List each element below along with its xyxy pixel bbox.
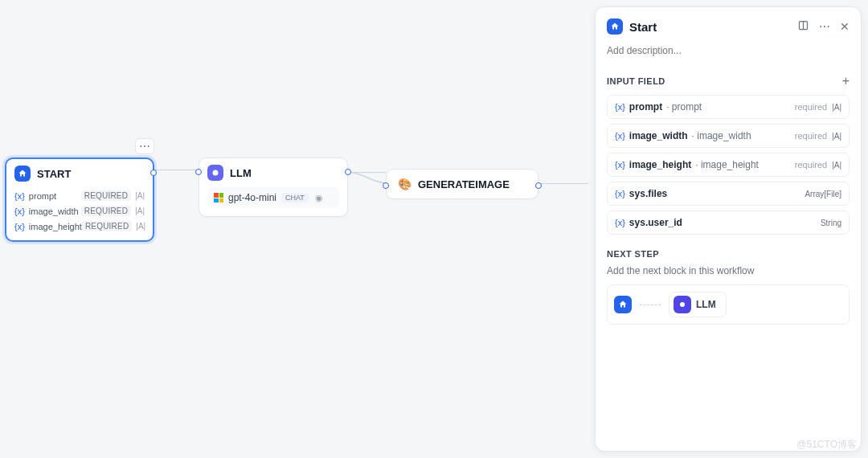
section-input-field-title: INPUT FIELD — [607, 76, 665, 86]
llm-icon — [674, 296, 691, 313]
chat-badge: CHAT — [281, 193, 309, 202]
input-field-prompt[interactable]: {x}prompt· prompt required|A| — [607, 95, 850, 119]
next-step-hint: Add the next block in this workflow — [607, 265, 850, 276]
input-field-sys-user-id[interactable]: {x}sys.user_id String — [607, 211, 850, 235]
edge-generate-to-next — [538, 183, 588, 185]
node-llm-input-port[interactable] — [195, 169, 202, 175]
variable-icon: {x} — [14, 222, 25, 231]
node-start-title: START — [37, 168, 71, 180]
watermark: @51CTO博客 — [796, 438, 857, 452]
node-generateimage-title: GENERATEIMAGE — [418, 178, 510, 190]
input-field-sys-files[interactable]: {x}sys.files Array[File] — [607, 182, 850, 206]
eye-icon: ◉ — [315, 193, 323, 203]
home-icon — [614, 296, 632, 313]
book-icon[interactable] — [797, 19, 809, 34]
node-llm-output-port[interactable] — [345, 169, 351, 175]
input-field-image-height[interactable]: {x}image_height· image_height required|A… — [607, 153, 850, 177]
next-step-row[interactable]: LLM — [607, 284, 850, 325]
llm-model-row[interactable]: gpt-4o-mini CHAT ◉ — [207, 187, 339, 208]
node-generateimage-output-port[interactable] — [535, 182, 542, 189]
home-icon — [607, 18, 623, 35]
section-next-step-title: NEXT STEP — [607, 249, 659, 259]
edge-llm-to-generate-curve — [347, 170, 387, 186]
variable-icon: {x} — [615, 189, 625, 198]
start-field-image-width[interactable]: {x}image_width REQUIRED|A| — [6, 203, 153, 219]
llm-icon — [207, 165, 223, 181]
node-generateimage-input-port[interactable] — [383, 182, 389, 189]
svg-point-0 — [213, 170, 219, 176]
input-field-image-width[interactable]: {x}image_width· image_width required|A| — [607, 124, 850, 148]
node-start-more-button[interactable]: ⋯ — [135, 138, 154, 154]
node-llm[interactable]: LLM gpt-4o-mini CHAT ◉ — [199, 157, 348, 217]
variable-icon: {x} — [14, 191, 25, 201]
microsoft-icon — [214, 193, 223, 202]
variable-icon: {x} — [615, 131, 625, 141]
palette-icon: 🎨 — [398, 178, 411, 190]
start-field-prompt[interactable]: {x}prompt REQUIRED|A| — [6, 188, 153, 203]
close-icon[interactable]: ✕ — [840, 20, 850, 33]
panel-header: Start ⋯ ✕ — [607, 18, 850, 35]
node-llm-title: LLM — [230, 167, 252, 179]
variable-icon: {x} — [615, 160, 625, 170]
more-icon[interactable]: ⋯ — [819, 20, 830, 33]
add-input-field-button[interactable]: + — [842, 74, 850, 88]
description-input[interactable] — [607, 43, 850, 66]
node-start-output-port[interactable] — [150, 170, 157, 176]
svg-point-3 — [680, 302, 685, 307]
edge-start-to-llm — [154, 170, 199, 171]
node-start[interactable]: ⋯ START {x}prompt REQUIRED|A| {x}image_w… — [5, 157, 154, 242]
node-generateimage[interactable]: 🎨 GENERATEIMAGE — [386, 169, 538, 199]
variable-icon: {x} — [14, 207, 25, 216]
inspector-panel: Start ⋯ ✕ INPUT FIELD + {x}prompt· promp… — [595, 6, 862, 452]
variable-icon: {x} — [615, 218, 625, 227]
llm-model-name: gpt-4o-mini — [228, 192, 276, 203]
variable-icon: {x} — [615, 102, 625, 112]
panel-title: Start — [629, 20, 657, 34]
start-field-image-height[interactable]: {x}image_height REQUIRED|A| — [6, 219, 153, 234]
home-icon — [14, 166, 31, 182]
mini-connector — [640, 305, 661, 305]
next-step-target[interactable]: LLM — [669, 292, 727, 317]
